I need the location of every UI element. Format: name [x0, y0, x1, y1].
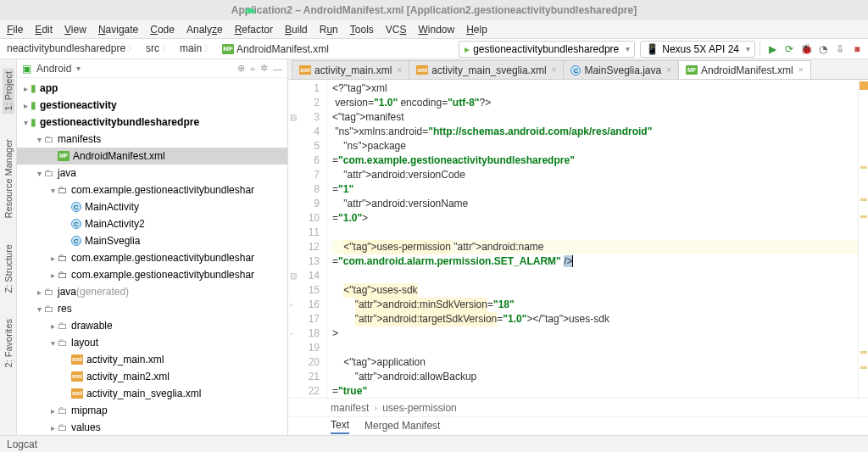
menu-tools[interactable]: Tools: [350, 24, 374, 36]
menu-code[interactable]: Code: [150, 24, 175, 36]
editor-tab-manifest[interactable]: MFAndroidManifest.xml×: [678, 60, 811, 79]
editor-tab-activity-sveglia[interactable]: xmlactivity_main_sveglia.xml×: [409, 60, 564, 79]
tree-module-app[interactable]: ▸▮app: [17, 80, 287, 97]
device-combo[interactable]: 📱 Nexus 5X API 24: [640, 41, 755, 58]
editor-area: xmlactivity_main.xml× xmlactivity_main_s…: [288, 59, 868, 435]
crumb-uses-permission[interactable]: uses-permission: [382, 402, 456, 414]
tree-layout-main2[interactable]: xmlactivity_main2.xml: [17, 368, 287, 385]
menu-build[interactable]: Build: [285, 24, 308, 36]
code-body: 1234567891011121314151617181920212223 ⊟ …: [288, 80, 868, 398]
android-icon: [244, 4, 256, 16]
settings-icon[interactable]: ✲: [260, 63, 268, 74]
menu-help[interactable]: Help: [466, 24, 487, 36]
tool-tab-project[interactable]: 1: Project: [3, 68, 14, 114]
close-icon[interactable]: ×: [397, 65, 402, 75]
window-title: Application2 – AndroidManifest.xml [Appl…: [231, 4, 637, 16]
tree-class-mainactivity2[interactable]: CMainActivity2: [17, 215, 287, 232]
project-view-label[interactable]: Android: [36, 63, 71, 75]
tree-module-gabs[interactable]: ▾▮gestioneactivitybundlesharedpre: [17, 114, 287, 131]
hide-panel-icon[interactable]: —: [273, 64, 282, 74]
run-config-icon: ▸: [465, 43, 470, 55]
tab-text[interactable]: Text: [331, 419, 349, 434]
crumb-manifest[interactable]: manifest: [331, 402, 369, 414]
attach-button[interactable]: ⇩: [832, 42, 848, 57]
tree-pkg2[interactable]: ▸🗀com.example.gestioneactivitybundleshar: [17, 249, 287, 266]
tree-layout-main[interactable]: xmlactivity_main.xml: [17, 351, 287, 368]
debug-button[interactable]: 🐞: [798, 42, 814, 57]
tree-java[interactable]: ▾🗀java: [17, 165, 287, 181]
tree-manifests[interactable]: ▾🗀manifests: [17, 131, 287, 148]
view-dropdown-icon[interactable]: ▾: [76, 64, 81, 73]
editor-breadcrumbs[interactable]: manifest › uses-permission: [288, 398, 868, 416]
device-icon: 📱: [646, 43, 659, 55]
menu-edit[interactable]: Edit: [35, 24, 53, 36]
tab-merged-manifest[interactable]: Merged Manifest: [364, 420, 440, 433]
project-panel: ▣ Android ▾ ⊕ ÷ ✲ — ▸▮app ▸▮gestioneacti…: [17, 59, 288, 435]
apply-changes-button[interactable]: ⟳: [782, 42, 797, 57]
close-icon[interactable]: ×: [552, 65, 557, 75]
stop-button[interactable]: ■: [849, 42, 865, 57]
menu-view[interactable]: View: [64, 24, 86, 36]
crumb-src[interactable]: src: [142, 42, 175, 56]
tool-tab-resource-manager[interactable]: Resource Manager: [3, 139, 14, 219]
gutter-icon[interactable]: ▫: [290, 298, 293, 312]
tree-class-mainsveglia[interactable]: CMainSveglia: [17, 232, 287, 249]
crumb-main[interactable]: main: [176, 42, 217, 56]
menu-analyze[interactable]: Analyze: [186, 24, 223, 36]
run-button[interactable]: ▶: [765, 42, 780, 57]
profiler-button[interactable]: ◔: [815, 42, 831, 57]
status-bar: Logcat: [0, 435, 868, 452]
tool-tab-structure[interactable]: Z: Structure: [3, 244, 14, 293]
left-tool-gutter: 1: Project Resource Manager Z: Structure…: [0, 59, 17, 435]
menu-window[interactable]: Window: [418, 24, 454, 36]
menu-bar: File Edit View Navigate Code Analyze Ref…: [0, 20, 868, 39]
select-opened-file-icon[interactable]: ⊕: [237, 63, 245, 74]
project-panel-header: ▣ Android ▾ ⊕ ÷ ✲ —: [17, 59, 287, 78]
xml-file-icon: MF: [222, 44, 234, 54]
editor-tabs: xmlactivity_main.xml× xmlactivity_main_s…: [288, 59, 868, 80]
run-config-combo[interactable]: ▸ gestioneactivitybundlesharedpre: [459, 41, 635, 58]
tree-drawable[interactable]: ▸🗀drawable: [17, 317, 287, 334]
tree-mipmap[interactable]: ▸🗀mipmap: [17, 402, 287, 419]
crumb-file-label: AndroidManifest.xml: [236, 43, 329, 55]
collapse-all-icon[interactable]: ÷: [250, 64, 255, 74]
window-titlebar: Application2 – AndroidManifest.xml [Appl…: [0, 0, 868, 20]
editor-tab-mainsveglia-java[interactable]: CMainSveglia.java×: [563, 60, 679, 79]
tree-manifest-file[interactable]: MFAndroidManifest.xml: [17, 148, 287, 165]
device-label: Nexus 5X API 24: [662, 43, 739, 55]
close-icon[interactable]: ×: [666, 65, 671, 75]
menu-vcs[interactable]: VCS: [386, 24, 407, 36]
tool-tab-favorites[interactable]: 2: Favorites: [3, 319, 14, 367]
tree-java-generated[interactable]: ▸🗀java (generated): [17, 283, 287, 300]
crumb-module[interactable]: neactivitybundlesharedpre: [3, 42, 141, 56]
tool-tab-logcat[interactable]: Logcat: [7, 438, 37, 450]
tree-pkg3[interactable]: ▸🗀com.example.gestioneactivitybundleshar: [17, 266, 287, 283]
line-gutter[interactable]: 1234567891011121314151617181920212223 ⊟ …: [288, 80, 327, 398]
error-stripe[interactable]: [858, 80, 868, 398]
crumb-file[interactable]: MFAndroidManifest.xml: [219, 43, 332, 55]
tree-layout-sveglia[interactable]: xmlactivity_main_sveglia.xml: [17, 385, 287, 402]
tree-res[interactable]: ▾🗀res: [17, 300, 287, 317]
menu-navigate[interactable]: Navigate: [98, 24, 138, 36]
close-icon[interactable]: ×: [798, 65, 804, 75]
workspace: 1: Project Resource Manager Z: Structure…: [0, 59, 868, 435]
menu-run[interactable]: Run: [320, 24, 338, 36]
inspection-indicator-icon[interactable]: [860, 81, 868, 90]
project-tree[interactable]: ▸▮app ▸▮gestioneactivity ▾▮gestioneactiv…: [17, 78, 287, 435]
tree-layout[interactable]: ▾🗀layout: [17, 334, 287, 351]
tree-class-mainactivity[interactable]: CMainActivity: [17, 198, 287, 215]
tree-pkg1[interactable]: ▾🗀com.example.gestioneactivitybundleshar: [17, 181, 287, 198]
gutter-icon[interactable]: ▫: [290, 326, 293, 341]
tree-module-ga[interactable]: ▸▮gestioneactivity: [17, 97, 287, 114]
run-config-label: gestioneactivitybundlesharedpre: [473, 43, 619, 55]
tree-values[interactable]: ▸🗀values: [17, 419, 287, 435]
code-editor[interactable]: <?"tag">xml version="1.0" encoding="utf-…: [327, 80, 858, 398]
menu-file[interactable]: File: [7, 24, 23, 36]
editor-tab-activity-main[interactable]: xmlactivity_main.xml×: [292, 60, 409, 79]
editor-bottom-tabs: Text Merged Manifest: [288, 416, 868, 435]
android-view-icon: ▣: [22, 63, 31, 75]
navigation-toolbar: neactivitybundlesharedpre src main MFAnd…: [0, 39, 868, 59]
menu-refactor[interactable]: Refactor: [235, 24, 273, 36]
